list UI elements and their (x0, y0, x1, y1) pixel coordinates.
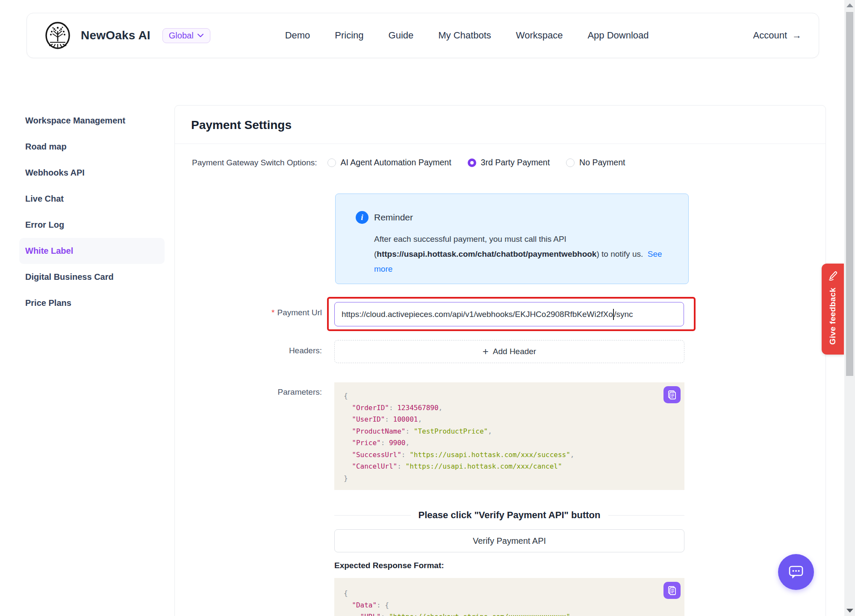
region-selector[interactable]: Global (162, 28, 210, 43)
copy-icon[interactable] (663, 386, 681, 403)
code-line: "CancelUrl": "https://usapi.hottask.com/… (344, 461, 675, 472)
code-line: { (344, 390, 675, 402)
scroll-up-arrow-icon[interactable] (846, 3, 853, 7)
radio-checked-icon[interactable] (468, 158, 476, 167)
required-asterisk: * (271, 308, 274, 317)
code-line: "ProductName": "TestProductPrice", (344, 425, 675, 437)
brand-name: NewOaks AI (81, 29, 150, 42)
reminder-text-after: ) to notify us. (596, 249, 643, 258)
sidebar-item-price-plans[interactable]: Price Plans (19, 290, 165, 316)
chat-bubble-icon (787, 563, 805, 581)
payment-gateway-options-label: Payment Gateway Switch Options: (192, 158, 317, 167)
give-feedback-label: Give feedback (828, 287, 837, 345)
sidebar-item-error-log[interactable]: Error Log (19, 212, 165, 238)
sidebar-item-webhooks-api[interactable]: Webhooks API (19, 160, 165, 186)
nav-item-app-download[interactable]: App Download (587, 30, 649, 41)
radio-unchecked-icon[interactable] (566, 158, 575, 167)
add-header-button[interactable]: + Add Header (334, 340, 684, 363)
vertical-scrollbar[interactable] (844, 0, 855, 616)
nav-item-pricing[interactable]: Pricing (335, 30, 363, 41)
payment-url-input[interactable]: https://cloud.activepieces.com/api/v1/we… (334, 302, 684, 326)
pencil-icon (827, 270, 839, 282)
code-line: "UserID": 100001, (344, 414, 675, 425)
code-line: "OrderID": 1234567890, (344, 402, 675, 414)
payment-settings-panel: Payment Settings Payment Gateway Switch … (174, 105, 826, 616)
code-line: "Data": { (344, 599, 675, 611)
radio-3rd-party-payment[interactable]: 3rd Party Payment (468, 158, 550, 167)
scroll-down-arrow-icon[interactable] (846, 609, 853, 613)
radio-unchecked-icon[interactable] (327, 158, 336, 167)
payment-url-value-after-caret: /sync (614, 310, 633, 319)
sidebar-item-digital-business-card[interactable]: Digital Business Card (19, 264, 165, 290)
sidebar-item-workspace-management[interactable]: Workspace Management (19, 108, 165, 134)
verify-instruction-divider: Please click "Verify Payment API" button (334, 510, 684, 521)
page-title: Payment Settings (175, 106, 826, 144)
nav-item-demo[interactable]: Demo (285, 30, 310, 41)
verify-instruction: Please click "Verify Payment API" button (419, 510, 601, 521)
arrow-right-icon: → (792, 30, 802, 41)
parameters-code-block: { "OrderID": 1234567890, "UserID": 10000… (334, 382, 684, 490)
region-selector-label: Global (169, 31, 194, 41)
reminder-title: Reminder (374, 212, 413, 223)
account-link[interactable]: Account → (753, 30, 802, 41)
nav-item-my-chatbots[interactable]: My Chatbots (438, 30, 491, 41)
scrollbar-thumb[interactable] (846, 12, 853, 376)
radio-ai-agent-automation-payment[interactable]: AI Agent Automation Payment (327, 158, 451, 167)
plus-icon: + (483, 346, 489, 357)
reminder-alert: i Reminder After each successful payment… (335, 194, 689, 284)
reminder-body: After each successful payment, you must … (374, 232, 673, 276)
payment-url-value-before-caret: https://cloud.activepieces.com/api/v1/we… (342, 310, 613, 319)
give-feedback-tab[interactable]: Give feedback (822, 264, 844, 355)
payment-gateway-radio-group: Payment Gateway Switch Options: AI Agent… (192, 158, 641, 167)
settings-sidebar: Workspace Management Road map Webhooks A… (19, 108, 165, 316)
verify-payment-api-button[interactable]: Verify Payment API (334, 529, 684, 552)
chevron-down-icon (197, 33, 204, 38)
code-line: { (344, 587, 675, 599)
sidebar-item-white-label[interactable]: White Label (19, 238, 165, 264)
expected-response-format-label: Expected Response Format: (334, 561, 444, 570)
code-line: } (344, 472, 675, 484)
live-chat-launcher-button[interactable] (778, 554, 814, 590)
code-line: "Price": 9900, (344, 437, 675, 449)
page: NewOaks AI Global Demo Pricing Guide My … (0, 0, 855, 616)
account-label: Account (753, 30, 787, 41)
payment-url-label: *Payment Url (175, 308, 322, 317)
sidebar-item-live-chat[interactable]: Live Chat (19, 186, 165, 212)
reminder-api-url: https://usapi.hottask.com/chat/chatbot/p… (377, 249, 596, 258)
radio-no-payment[interactable]: No Payment (566, 158, 625, 167)
code-line: "URL": "https://checkout.stripe.com/xxxx… (344, 611, 675, 616)
nav-item-workspace[interactable]: Workspace (516, 30, 563, 41)
copy-icon[interactable] (663, 582, 681, 599)
nav-item-guide[interactable]: Guide (389, 30, 414, 41)
top-navigation-bar: NewOaks AI Global Demo Pricing Guide My … (27, 13, 819, 58)
newoaks-tree-logo-icon (44, 22, 71, 49)
response-code-block: { "Data": { "URL": "https://checkout.str… (334, 578, 684, 616)
parameters-label: Parameters: (175, 387, 322, 397)
sidebar-item-road-map[interactable]: Road map (19, 134, 165, 160)
code-line: "SuccessUrl": "https://usapi.hottask.com… (344, 449, 675, 461)
main-nav: Demo Pricing Guide My Chatbots Workspace… (285, 30, 649, 41)
headers-label: Headers: (175, 346, 322, 355)
info-icon: i (356, 211, 369, 224)
brand-home-link[interactable]: NewOaks AI (44, 22, 150, 49)
